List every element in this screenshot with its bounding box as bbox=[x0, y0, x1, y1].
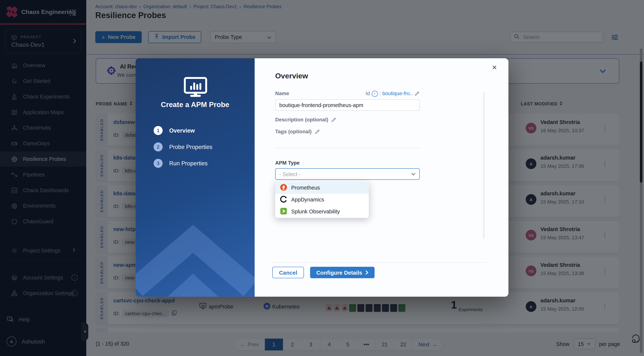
tags-label[interactable]: Tags (optional) bbox=[275, 128, 320, 135]
apm-type-select[interactable]: - Select - bbox=[275, 168, 420, 180]
configure-details-button[interactable]: Configure Details bbox=[310, 267, 374, 278]
option-splunk-observability[interactable]: Splunk Observability bbox=[275, 206, 369, 218]
form-divider bbox=[275, 148, 420, 148]
close-icon[interactable]: × bbox=[492, 63, 497, 71]
edit-pencil-icon[interactable] bbox=[414, 90, 420, 97]
info-icon[interactable]: i bbox=[372, 90, 378, 97]
wizard-step-overview[interactable]: 1 Overview bbox=[154, 126, 195, 135]
edit-pencil-icon[interactable] bbox=[314, 128, 320, 135]
probe-id-value: boutique-fro... bbox=[382, 91, 413, 96]
form-scrollbar[interactable] bbox=[483, 92, 485, 239]
description-label[interactable]: Description (optional) bbox=[275, 117, 336, 123]
form-heading: Overview bbox=[275, 72, 308, 80]
modal-title: Create a APM Probe bbox=[136, 100, 254, 109]
footer-divider bbox=[272, 262, 486, 263]
apm-monitor-icon bbox=[184, 77, 208, 99]
harness-watermark bbox=[136, 190, 254, 297]
wizard-step-probe-properties[interactable]: 2 Probe Properties bbox=[154, 142, 212, 151]
appdynamics-icon bbox=[280, 196, 287, 204]
wizard-step-run-properties[interactable]: 3 Run Properties bbox=[154, 159, 208, 168]
chevron-right-icon bbox=[365, 270, 368, 275]
prometheus-icon bbox=[280, 184, 287, 192]
create-apm-probe-modal: Create a APM Probe 1 Overview 2 Probe Pr… bbox=[136, 58, 508, 297]
chevron-down-icon bbox=[411, 173, 416, 175]
edit-pencil-icon[interactable] bbox=[331, 117, 336, 123]
apm-type-dropdown: Prometheus AppDynamics Splunk Observabil… bbox=[275, 181, 369, 218]
modal-form-panel: × Overview Name Id i : boutique-fro... D… bbox=[255, 58, 508, 297]
name-label: Name bbox=[275, 91, 289, 96]
probe-id-display: Id i : boutique-fro... bbox=[360, 90, 420, 97]
modal-wizard-panel: Create a APM Probe 1 Overview 2 Probe Pr… bbox=[136, 58, 254, 297]
option-prometheus[interactable]: Prometheus bbox=[275, 182, 369, 194]
cancel-button[interactable]: Cancel bbox=[272, 267, 304, 278]
probe-name-input[interactable] bbox=[275, 99, 420, 111]
option-appdynamics[interactable]: AppDynamics bbox=[275, 194, 369, 206]
splunk-icon bbox=[280, 207, 287, 216]
apm-type-label: APM Type bbox=[275, 160, 300, 166]
